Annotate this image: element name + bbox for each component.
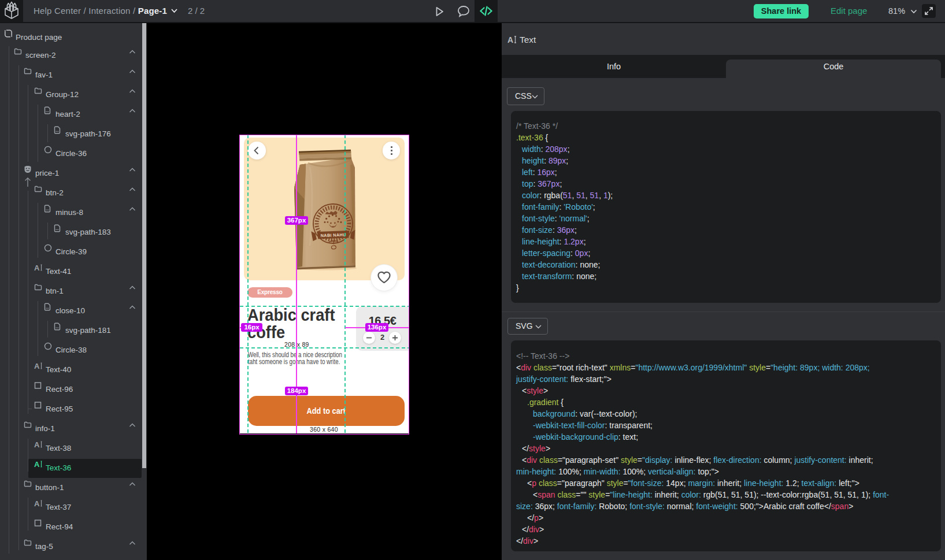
svg-text:A: A [34,440,40,448]
svg-text:A: A [34,499,40,507]
svg-text:A: A [34,362,40,370]
svg-text:A: A [34,264,40,272]
svg-text:A: A [507,35,513,44]
svg-text:A: A [34,460,40,468]
